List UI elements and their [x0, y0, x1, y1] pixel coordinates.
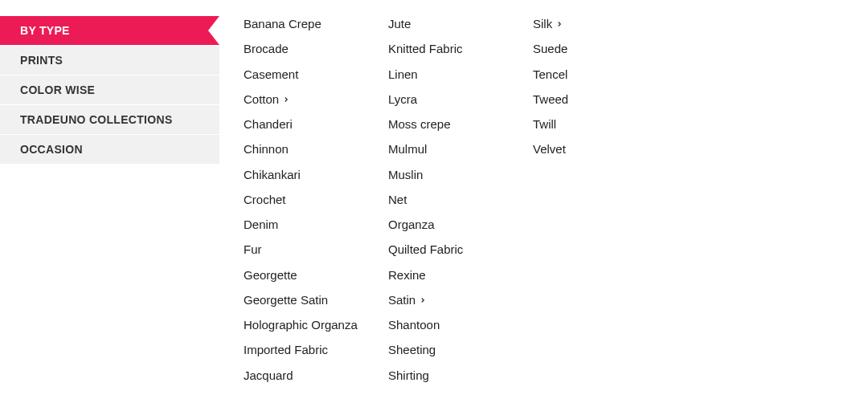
fabric-link-label: Chinnon [244, 141, 289, 157]
fabric-link-label: Satin [388, 292, 416, 308]
fabric-link-label: Rexine [388, 267, 426, 283]
fabric-link-mulmul[interactable]: Mulmul [388, 141, 517, 157]
fabric-link-label: Net [388, 192, 407, 208]
sidebar-item-color-wise[interactable]: COLOR WISE [0, 75, 219, 104]
fabric-link-chinnon[interactable]: Chinnon [244, 141, 372, 157]
sidebar-item-label: PRINTS [20, 54, 63, 67]
fabric-link-label: Suede [533, 41, 567, 57]
fabric-column: SilkSuedeTencelTweedTwillVelvet [533, 16, 661, 384]
fabric-link-jute[interactable]: Jute [388, 16, 517, 32]
fabric-link-organza[interactable]: Organza [388, 217, 517, 233]
fabric-link-cotton[interactable]: Cotton [244, 92, 372, 108]
fabric-link-twill[interactable]: Twill [533, 116, 661, 132]
fabric-link-label: Mulmul [388, 141, 427, 157]
chevron-right-icon [555, 20, 563, 28]
fabric-link-banana-crepe[interactable]: Banana Crepe [244, 16, 372, 32]
fabric-link-label: Moss crepe [388, 116, 451, 132]
fabric-link-shirting[interactable]: Shirting [388, 368, 517, 384]
fabric-link-label: Fur [244, 242, 262, 258]
fabric-link-label: Jute [388, 16, 411, 32]
fabric-link-knitted-fabric[interactable]: Knitted Fabric [388, 41, 517, 57]
fabric-link-label: Lycra [388, 92, 417, 108]
fabric-link-label: Holographic Organza [244, 317, 358, 333]
fabric-link-imported-fabric[interactable]: Imported Fabric [244, 342, 372, 358]
fabric-column: JuteKnitted FabricLinenLycraMoss crepeMu… [388, 16, 517, 384]
fabric-link-label: Casement [244, 67, 298, 83]
fabric-link-label: Shirting [388, 368, 429, 384]
sidebar-item-label: COLOR WISE [20, 83, 95, 96]
fabric-link-label: Chikankari [244, 167, 301, 183]
fabric-link-label: Twill [533, 116, 556, 132]
fabric-link-denim[interactable]: Denim [244, 217, 372, 233]
fabric-link-label: Denim [244, 217, 278, 233]
fabric-link-label: Banana Crepe [244, 16, 321, 32]
fabric-link-label: Knitted Fabric [388, 41, 463, 57]
fabric-link-quilted-fabric[interactable]: Quilted Fabric [388, 242, 517, 258]
sidebar-item-prints[interactable]: PRINTS [0, 46, 219, 75]
fabric-link-chikankari[interactable]: Chikankari [244, 167, 372, 183]
fabric-link-casement[interactable]: Casement [244, 67, 372, 83]
fabric-link-rexine[interactable]: Rexine [388, 267, 517, 283]
fabric-link-label: Georgette Satin [244, 292, 328, 308]
fabric-link-label: Imported Fabric [244, 342, 328, 358]
sidebar-item-by-type[interactable]: BY TYPE [0, 16, 219, 45]
fabric-link-label: Sheeting [388, 342, 436, 358]
fabric-link-label: Cotton [244, 92, 279, 108]
fabric-link-velvet[interactable]: Velvet [533, 141, 661, 157]
fabric-link-label: Shantoon [388, 317, 440, 333]
fabric-link-tweed[interactable]: Tweed [533, 92, 661, 108]
fabric-link-sheeting[interactable]: Sheeting [388, 342, 517, 358]
fabric-link-holographic-organza[interactable]: Holographic Organza [244, 317, 372, 333]
fabric-link-label: Tencel [533, 67, 567, 83]
fabric-link-label: Crochet [244, 192, 286, 208]
fabric-type-grid: Banana CrepeBrocadeCasementCottonChander… [219, 16, 868, 384]
sidebar-item-label: TRADEUNO COLLECTIONS [20, 113, 173, 126]
fabric-link-jacquard[interactable]: Jacquard [244, 368, 372, 384]
fabric-link-lycra[interactable]: Lycra [388, 92, 517, 108]
sidebar-item-occasion[interactable]: OCCASION [0, 135, 219, 164]
sidebar-item-tradeuno-collections[interactable]: TRADEUNO COLLECTIONS [0, 105, 219, 134]
fabric-link-suede[interactable]: Suede [533, 41, 661, 57]
fabric-link-moss-crepe[interactable]: Moss crepe [388, 116, 517, 132]
fabric-link-label: Tweed [533, 92, 568, 108]
fabric-link-net[interactable]: Net [388, 192, 517, 208]
fabric-link-label: Chanderi [244, 116, 293, 132]
sidebar-item-label: OCCASION [20, 143, 83, 156]
fabric-link-linen[interactable]: Linen [388, 67, 517, 83]
fabric-link-shantoon[interactable]: Shantoon [388, 317, 517, 333]
fabric-link-label: Linen [388, 67, 418, 83]
fabric-link-tencel[interactable]: Tencel [533, 67, 661, 83]
chevron-right-icon [282, 96, 290, 104]
fabric-link-label: Jacquard [244, 368, 293, 384]
fabric-link-brocade[interactable]: Brocade [244, 41, 372, 57]
fabric-link-satin[interactable]: Satin [388, 292, 517, 308]
fabric-link-label: Brocade [244, 41, 289, 57]
fabric-link-label: Quilted Fabric [388, 242, 463, 258]
fabric-link-fur[interactable]: Fur [244, 242, 372, 258]
fabric-link-georgette-satin[interactable]: Georgette Satin [244, 292, 372, 308]
fabric-link-label: Silk [533, 16, 552, 32]
fabric-link-label: Muslin [388, 167, 423, 183]
fabric-link-chanderi[interactable]: Chanderi [244, 116, 372, 132]
category-sidebar: BY TYPEPRINTSCOLOR WISETRADEUNO COLLECTI… [0, 16, 219, 384]
fabric-link-label: Georgette [244, 267, 297, 283]
fabric-link-muslin[interactable]: Muslin [388, 167, 517, 183]
fabric-link-label: Organza [388, 217, 435, 233]
sidebar-item-label: BY TYPE [20, 24, 70, 37]
fabric-link-georgette[interactable]: Georgette [244, 267, 372, 283]
fabric-link-silk[interactable]: Silk [533, 16, 661, 32]
fabric-link-crochet[interactable]: Crochet [244, 192, 372, 208]
fabric-column: Banana CrepeBrocadeCasementCottonChander… [244, 16, 372, 384]
fabric-link-label: Velvet [533, 141, 566, 157]
chevron-right-icon [419, 296, 427, 304]
